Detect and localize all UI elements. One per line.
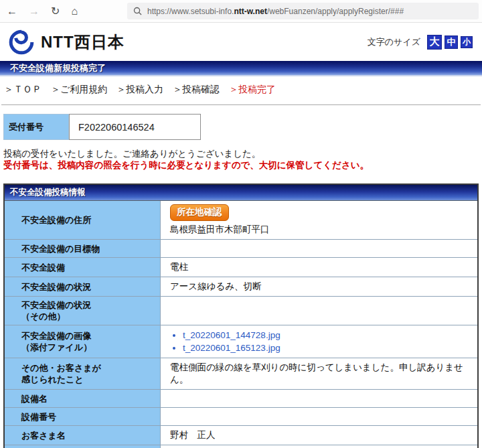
table-row: 不安全設備の目標物 xyxy=(5,239,477,257)
text-size-large-button[interactable]: 大 xyxy=(427,35,442,50)
table-row: 不安全設備 電柱 xyxy=(5,257,477,277)
browser-toolbar: ← → ↻ ⌂ https://www.setsubi-info.ntt-w.n… xyxy=(0,0,482,23)
keep-receipt-warning: 受付番号は、投稿内容の照会を行う時に必要となりますので、大切に保管してください。 xyxy=(3,160,482,171)
table-title: 不安全設備投稿情報 xyxy=(5,185,477,200)
attachment-link-1[interactable]: t_20220601_144728.jpg xyxy=(183,330,280,340)
table-row: 不安全設備の住所 所在地確認 島根県益田市木部町平口 xyxy=(5,200,477,239)
home-icon[interactable]: ⌂ xyxy=(71,6,78,17)
acceptance-message: 投稿の受付をいたしました。ご連絡ありがとうございました。 xyxy=(3,149,482,159)
messages: 投稿の受付をいたしました。ご連絡ありがとうございました。 受付番号は、投稿内容の… xyxy=(3,149,482,171)
site-header: NTT西日本 文字のサイズ 大 中 小 xyxy=(0,23,482,61)
breadcrumb-complete: ＞投稿完了 xyxy=(229,84,276,94)
url-text: https://www.setsubi-info.ntt-w.net/webFu… xyxy=(147,7,404,16)
search-icon xyxy=(133,7,142,15)
row-value-equipment: 電柱 xyxy=(161,258,477,277)
table-row: お客さま名（フリガナ） ノムラ マサト xyxy=(5,445,477,448)
receipt-number-block: 受付番号 F2022060146524 xyxy=(3,114,482,140)
table-row: その他・お客さまが 感じられたこと 電柱側面の緑の線を草刈りの時に切ってしまいま… xyxy=(5,358,477,389)
brand-text: NTT西日本 xyxy=(41,31,125,53)
back-icon[interactable]: ← xyxy=(7,6,17,17)
brand-logo[interactable]: NTT西日本 xyxy=(8,29,125,56)
breadcrumb-terms: ＞ご利用規約 xyxy=(51,84,107,94)
url-path: /webFuanzen/apply/applyRegister/### xyxy=(267,7,404,16)
row-value-facility-number xyxy=(161,408,477,425)
table-row: 設備番号 xyxy=(5,407,477,425)
browser-nav-icons: ← → ↻ ⌂ xyxy=(0,6,127,17)
row-label-condition-other: 不安全設備の状況 （その他） xyxy=(5,297,161,325)
row-value-customer-kana: ノムラ マサト xyxy=(161,445,477,448)
row-value-condition: アース線ゆるみ、切断 xyxy=(161,277,477,296)
text-size-label: 文字のサイズ xyxy=(368,36,420,48)
row-value-facility-name xyxy=(161,390,477,407)
row-label-landmark: 不安全設備の目標物 xyxy=(5,240,161,257)
row-label-customer-kana: お客さま名（フリガナ） xyxy=(5,445,161,448)
row-label-equipment: 不安全設備 xyxy=(5,258,161,277)
table-row: 不安全設備の状況 （その他） xyxy=(5,296,477,325)
breadcrumb-input: ＞投稿入力 xyxy=(116,84,163,94)
ntt-loop-icon xyxy=(8,29,35,56)
row-value-condition-other xyxy=(161,297,477,325)
row-value-comments: 電柱側面の緑の線を草刈りの時に切ってしまいました。申し訳ありません。 xyxy=(161,358,477,389)
text-size-small-button[interactable]: 小 xyxy=(461,36,473,48)
url-domain: ntt-w.net xyxy=(234,7,267,16)
row-label-address: 不安全設備の住所 xyxy=(5,201,161,239)
divider xyxy=(1,104,481,105)
url-input[interactable]: https://www.setsubi-info.ntt-w.net/webFu… xyxy=(127,3,479,19)
list-item: t_20220601_144728.jpg xyxy=(183,329,472,342)
receipt-number-label: 受付番号 xyxy=(3,114,69,140)
row-value-customer-name: 野村 正人 xyxy=(161,426,477,445)
row-value-address: 所在地確認 島根県益田市木部町平口 xyxy=(161,201,477,239)
table-row: 設備名 xyxy=(5,389,477,407)
row-value-landmark xyxy=(161,240,477,257)
table-row: 不安全設備の画像 （添付ファイル） t_20220601_144728.jpg … xyxy=(5,325,477,358)
row-label-comments: その他・お客さまが 感じられたこと xyxy=(5,358,161,389)
row-label-facility-name: 設備名 xyxy=(5,390,161,407)
breadcrumb-confirm: ＞投稿確認 xyxy=(173,84,220,94)
location-confirm-button[interactable]: 所在地確認 xyxy=(170,204,229,221)
breadcrumb: ＞ＴＯＰ ＞ご利用規約 ＞投稿入力 ＞投稿確認 ＞投稿完了 xyxy=(0,76,482,102)
page-title: 不安全設備新規投稿完了 xyxy=(0,61,482,76)
attachment-link-2[interactable]: t_20220601_165123.jpg xyxy=(183,343,280,353)
row-label-images: 不安全設備の画像 （添付ファイル） xyxy=(5,325,161,358)
receipt-number-value: F2022060146524 xyxy=(69,114,201,140)
submission-info-table: 不安全設備投稿情報 不安全設備の住所 所在地確認 島根県益田市木部町平口 不安全… xyxy=(3,183,479,448)
row-value-images: t_20220601_144728.jpg t_20220601_165123.… xyxy=(161,325,477,358)
attachment-list: t_20220601_144728.jpg t_20220601_165123.… xyxy=(170,329,472,354)
list-item: t_20220601_165123.jpg xyxy=(183,342,472,354)
row-label-customer-name: お客さま名 xyxy=(5,426,161,445)
text-size-control: 文字のサイズ 大 中 小 xyxy=(368,35,473,50)
text-size-medium-button[interactable]: 中 xyxy=(445,35,458,49)
table-row: お客さま名 野村 正人 xyxy=(5,425,477,445)
row-label-facility-number: 設備番号 xyxy=(5,408,161,425)
reload-icon[interactable]: ↻ xyxy=(51,6,60,17)
url-prefix: https://www.setsubi-info. xyxy=(147,7,234,16)
table-row: 不安全設備の状況 アース線ゆるみ、切断 xyxy=(5,277,477,296)
forward-icon[interactable]: → xyxy=(29,6,39,17)
address-text: 島根県益田市木部町平口 xyxy=(170,224,472,236)
row-label-condition: 不安全設備の状況 xyxy=(5,277,161,296)
breadcrumb-top: ＞ＴＯＰ xyxy=(4,84,42,94)
